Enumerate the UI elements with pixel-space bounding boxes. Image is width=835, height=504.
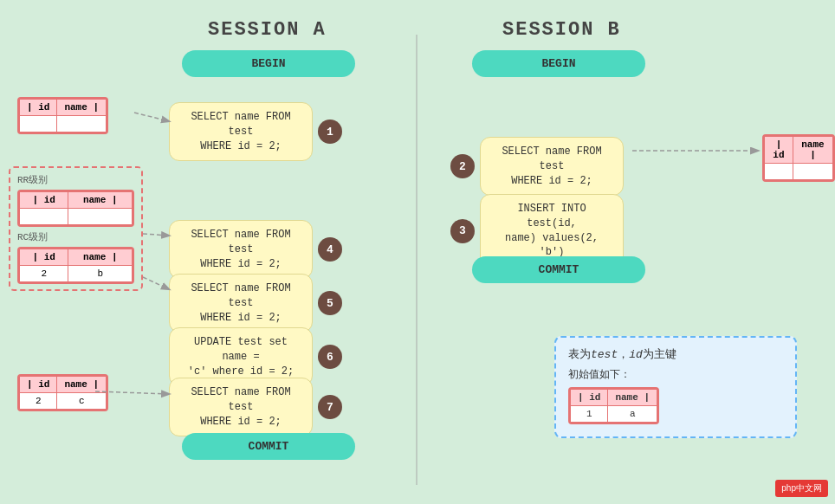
session-b-commit: COMMIT	[472, 256, 645, 283]
table-bottom-left: | idname | 2c	[17, 374, 108, 411]
php-badge: php中文网	[775, 480, 828, 497]
session-b-step2: 2 SELECT name FROM testWHERE id = 2;	[450, 137, 624, 196]
session-a-title: SESSION A	[208, 19, 327, 41]
svg-line-0	[134, 113, 169, 121]
init-table: | idname | 1a	[568, 387, 659, 424]
session-a-begin: BEGIN	[182, 50, 355, 77]
rr-table: | idname |	[17, 190, 134, 227]
session-a-commit: COMMIT	[182, 433, 355, 460]
svg-line-1	[143, 234, 169, 236]
rr-rc-container: RR级别 | idname | RC级别 | idname | 2b	[9, 166, 143, 291]
rc-table: | idname | 2b	[17, 247, 134, 284]
info-box: 表为test，id为主键 初始值如下： | idname | 1a	[554, 336, 797, 438]
session-a-step4: SELECT name FROM testWHERE id = 2; 4	[169, 220, 342, 279]
session-b-title: SESSION B	[502, 19, 621, 41]
table-top-left: | idname |	[17, 97, 108, 134]
table-right-empty: | idname |	[762, 134, 835, 182]
main-container: SESSION A SESSION B BEGIN SELECT name FR…	[0, 0, 835, 504]
session-a-step7: SELECT name FROM testWHERE id = 2; 7	[169, 378, 342, 436]
svg-line-2	[143, 277, 169, 289]
session-divider	[416, 35, 418, 485]
session-a-step5: SELECT name FROM testWHERE id = 2; 5	[169, 274, 342, 333]
session-a-step1: SELECT name FROM testWHERE id = 2; 1	[169, 102, 342, 161]
session-b-begin: BEGIN	[472, 50, 645, 77]
